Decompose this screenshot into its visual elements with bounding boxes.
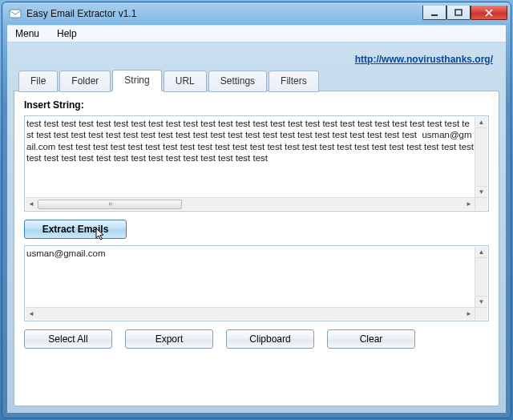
client-area: http://www.novirusthanks.org/ File Folde… — [7, 42, 506, 413]
menubar: Menu Help — [7, 25, 506, 42]
scroll-corner — [475, 197, 487, 210]
insert-string-label: Insert String: — [24, 99, 489, 111]
maximize-button[interactable] — [446, 6, 471, 20]
export-button[interactable]: Export — [125, 329, 213, 349]
results-content[interactable]: usman@gmail.com — [26, 248, 474, 306]
bottom-buttons: Select All Export Clipboard Clear — [24, 326, 489, 349]
titlebar[interactable]: Easy Email Extractor v1.1 — [2, 2, 511, 25]
tab-folder[interactable]: Folder — [59, 71, 111, 92]
results-vscrollbar[interactable]: ▲ ▼ — [475, 247, 487, 307]
extract-emails-button[interactable]: Extract Emails — [24, 220, 127, 239]
select-all-button[interactable]: Select All — [24, 329, 112, 349]
scroll-up-icon[interactable]: ▲ — [476, 247, 487, 258]
input-hscrollbar[interactable]: ◄ ► — [26, 197, 475, 210]
close-button[interactable] — [471, 6, 507, 20]
results-hscrollbar[interactable]: ◄ ► — [26, 307, 475, 320]
tab-url[interactable]: URL — [164, 71, 207, 92]
svg-rect-0 — [10, 10, 21, 18]
menu-help[interactable]: Help — [54, 26, 80, 41]
insert-string-textbox[interactable]: test test test test test test test test … — [24, 115, 489, 212]
envelope-icon — [9, 7, 22, 20]
scroll-right-icon[interactable]: ► — [463, 309, 475, 320]
svg-rect-2 — [455, 10, 462, 15]
window-controls — [422, 7, 507, 20]
scroll-down-icon[interactable]: ▼ — [476, 296, 487, 307]
scroll-right-icon[interactable]: ► — [463, 199, 475, 210]
results-textbox[interactable]: usman@gmail.com ▲ ▼ ◄ ► — [24, 245, 489, 321]
minimize-button[interactable] — [422, 6, 446, 20]
tabpage-string: Insert String: test test test test test … — [14, 91, 499, 406]
tab-filters[interactable]: Filters — [269, 71, 319, 92]
clipboard-button[interactable]: Clipboard — [226, 329, 314, 349]
svg-rect-1 — [431, 14, 438, 16]
scroll-left-icon[interactable]: ◄ — [26, 199, 37, 210]
tab-file[interactable]: File — [18, 71, 58, 92]
insert-string-content[interactable]: test test test test test test test test … — [26, 118, 474, 196]
scroll-up-icon[interactable]: ▲ — [476, 117, 487, 128]
scroll-left-icon[interactable]: ◄ — [26, 309, 37, 320]
scroll-corner — [475, 307, 487, 320]
clear-button[interactable]: Clear — [327, 329, 415, 349]
tab-string[interactable]: String — [112, 70, 161, 91]
scroll-down-icon[interactable]: ▼ — [476, 186, 487, 197]
tab-settings[interactable]: Settings — [208, 71, 267, 92]
input-vscrollbar[interactable]: ▲ ▼ — [475, 117, 487, 197]
window-title: Easy Email Extractor v1.1 — [26, 8, 422, 19]
app-window: Easy Email Extractor v1.1 Menu Help http… — [2, 2, 511, 418]
tabstrip: File Folder String URL Settings Filters — [14, 70, 499, 91]
menu-menu[interactable]: Menu — [12, 26, 42, 41]
extract-emails-label: Extract Emails — [42, 224, 109, 235]
hscroll-thumb[interactable] — [38, 200, 182, 209]
website-link[interactable]: http://www.novirusthanks.org/ — [355, 54, 493, 65]
